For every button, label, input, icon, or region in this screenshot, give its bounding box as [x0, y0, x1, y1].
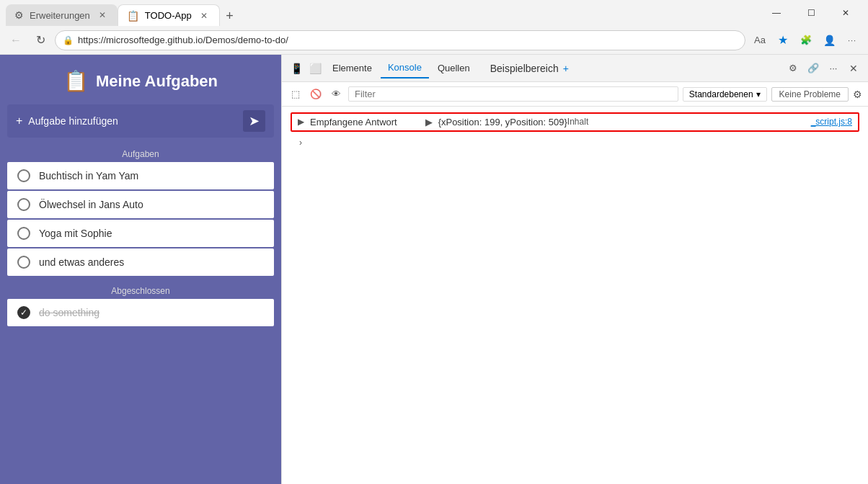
- favorites-button[interactable]: ★: [773, 30, 793, 50]
- menu-button[interactable]: ···: [842, 30, 862, 50]
- filter-input[interactable]: [355, 89, 672, 99]
- task-checkbox-4[interactable]: [17, 256, 30, 269]
- task-text-3: Yoga mit Sophie: [39, 228, 264, 239]
- add-task-arrow-icon: ➤: [243, 110, 265, 132]
- console-source-label: Inhalt: [567, 117, 591, 127]
- devtools-network-icon[interactable]: 🔗: [805, 60, 822, 77]
- console-log-entry-1: ▶ Empfangene Antwort ▶ {xPosition: 199, …: [291, 112, 859, 132]
- devtools-actions: ⚙ 🔗 ··· ✕: [784, 60, 862, 77]
- tabs-area: ⚙ Erweiterungen ✕ 📋 TODO-App ✕ +: [6, 0, 760, 26]
- todo-tab-close[interactable]: ✕: [198, 9, 211, 22]
- maximize-button[interactable]: ☐: [794, 2, 828, 24]
- console-next-arrow[interactable]: ›: [291, 135, 859, 151]
- url-text: https://microsoftedge.github.io/Demos/de…: [78, 35, 738, 45]
- beispiel-label: Beispielbereich: [490, 63, 559, 74]
- console-entry-label: Empfangene Antwort: [310, 117, 425, 127]
- close-button[interactable]: ✕: [829, 2, 862, 24]
- tasks-section-label: Aufgaben: [0, 149, 281, 159]
- todo-app-icon: 📋: [63, 69, 89, 93]
- tasks-list: Buchtisch in Yam Yam Ölwechsel in Jans A…: [0, 162, 281, 277]
- new-tab-button[interactable]: +: [220, 6, 240, 26]
- console-entry-obj: {xPosition: 199, yPosition: 509}: [438, 117, 567, 127]
- task-checkbox-3[interactable]: [17, 227, 30, 240]
- task-text-4: und etwas anderes: [39, 256, 264, 268]
- console-value-expand[interactable]: ▶: [425, 117, 435, 127]
- todo-app-title: Meine Aufgaben: [96, 72, 218, 91]
- add-task-plus-icon: +: [16, 115, 22, 127]
- completed-section-label: Abgeschlossen: [0, 286, 281, 296]
- extensions-tab-close[interactable]: ✕: [96, 9, 109, 22]
- standard-level-label: Standardebenen: [689, 89, 753, 99]
- console-entry-expand[interactable]: ▶: [292, 117, 310, 127]
- devtools-screen-icon[interactable]: 📱: [288, 60, 305, 77]
- profile-button[interactable]: 👤: [819, 30, 839, 50]
- console-source-file[interactable]: _script.js:8: [811, 117, 858, 127]
- navigation-toolbar: ← ↻ 🔒 https://microsoftedge.github.io/De…: [0, 26, 868, 55]
- task-item-2[interactable]: Ölwechsel in Jans Auto: [7, 191, 274, 218]
- extensions-tab-icon: ⚙: [14, 9, 24, 21]
- minimize-button[interactable]: —: [760, 2, 793, 24]
- standard-level-button[interactable]: Standardebenen ▾: [683, 87, 767, 102]
- completed-task-item-1[interactable]: ✓ do something: [7, 299, 274, 326]
- todo-tab-label: TODO-App: [145, 10, 192, 21]
- devtools-close-button[interactable]: ✕: [845, 60, 862, 77]
- task-item-3[interactable]: Yoga mit Sophie: [7, 220, 274, 247]
- standard-level-arrow: ▾: [756, 89, 761, 99]
- console-entry-value: ▶ {xPosition: 199, yPosition: 509}: [425, 117, 567, 127]
- task-checkbox-2[interactable]: [17, 198, 30, 211]
- devtools-more-icon[interactable]: ···: [825, 60, 842, 77]
- no-issues-label: Keine Probleme: [779, 89, 841, 99]
- task-item-4[interactable]: und etwas anderes: [7, 248, 274, 276]
- tab-todo[interactable]: 📋 TODO-App ✕: [118, 4, 220, 26]
- devtools-toolbar-settings-icon[interactable]: ⚙: [853, 89, 862, 100]
- read-aloud-button[interactable]: Aa: [750, 30, 770, 50]
- completed-tasks-list: ✓ do something: [0, 299, 281, 328]
- toolbar-actions: Aa ★ 🧩 👤 ···: [750, 30, 862, 50]
- back-button[interactable]: ←: [6, 30, 26, 50]
- tab-quellen[interactable]: Quellen: [430, 58, 477, 78]
- browser-window: ⚙ Erweiterungen ✕ 📋 TODO-App ✕ + — ☐ ✕ ←…: [0, 0, 868, 484]
- devtools-sidebar-toggle[interactable]: ⬚: [288, 86, 304, 102]
- todo-app: 📋 Meine Aufgaben + Aufgabe hinzufügen ➤ …: [0, 55, 281, 484]
- filter-wrapper: [348, 86, 678, 102]
- refresh-button[interactable]: ↻: [30, 30, 50, 50]
- devtools-secondary-toolbar: ⬚ 🚫 👁 Standardebenen ▾ Keine Probleme ⚙: [282, 82, 868, 107]
- extensions-button[interactable]: 🧩: [796, 30, 816, 50]
- todo-header: 📋 Meine Aufgaben: [0, 55, 281, 104]
- devtools-settings-icon[interactable]: ⚙: [784, 60, 802, 77]
- task-checkbox-1[interactable]: [17, 169, 30, 182]
- lock-icon: 🔒: [63, 35, 74, 45]
- extensions-tab-label: Erweiterungen: [30, 10, 90, 21]
- add-task-label: Aufgabe hinzufügen: [28, 115, 243, 127]
- devtools-clear-button[interactable]: 🚫: [308, 86, 324, 102]
- task-text-1: Buchtisch in Yam Yam: [39, 170, 264, 182]
- no-issues-button[interactable]: Keine Probleme: [771, 87, 849, 102]
- tab-elemente[interactable]: Elemente: [325, 58, 379, 78]
- window-controls: — ☐ ✕: [760, 2, 862, 24]
- title-bar: ⚙ Erweiterungen ✕ 📋 TODO-App ✕ + — ☐ ✕: [0, 0, 868, 26]
- devtools-tabs: 📱 ⬜ Elemente Konsole Quellen Beispielber…: [282, 55, 868, 82]
- devtools-panel: 📱 ⬜ Elemente Konsole Quellen Beispielber…: [281, 55, 868, 484]
- address-bar[interactable]: 🔒 https://microsoftedge.github.io/Demos/…: [55, 30, 745, 50]
- tab-extensions[interactable]: ⚙ Erweiterungen ✕: [6, 4, 118, 26]
- completed-task-text-1: do something: [39, 307, 264, 318]
- main-area: 📋 Meine Aufgaben + Aufgabe hinzufügen ➤ …: [0, 55, 868, 484]
- add-task-bar[interactable]: + Aufgabe hinzufügen ➤: [7, 104, 274, 138]
- todo-tab-icon: 📋: [127, 10, 139, 22]
- beispiel-area: Beispielbereich +: [490, 63, 569, 74]
- devtools-inspect-icon[interactable]: ⬜: [306, 60, 324, 77]
- task-text-2: Ölwechsel in Jans Auto: [39, 199, 264, 210]
- beispiel-plus-icon[interactable]: +: [563, 63, 569, 74]
- tab-konsole[interactable]: Konsole: [381, 58, 429, 79]
- console-area: ▶ Empfangene Antwort ▶ {xPosition: 199, …: [282, 107, 868, 484]
- task-item-1[interactable]: Buchtisch in Yam Yam: [7, 162, 274, 189]
- devtools-eye-button[interactable]: 👁: [328, 86, 344, 102]
- completed-task-checkbox-1[interactable]: ✓: [17, 306, 30, 319]
